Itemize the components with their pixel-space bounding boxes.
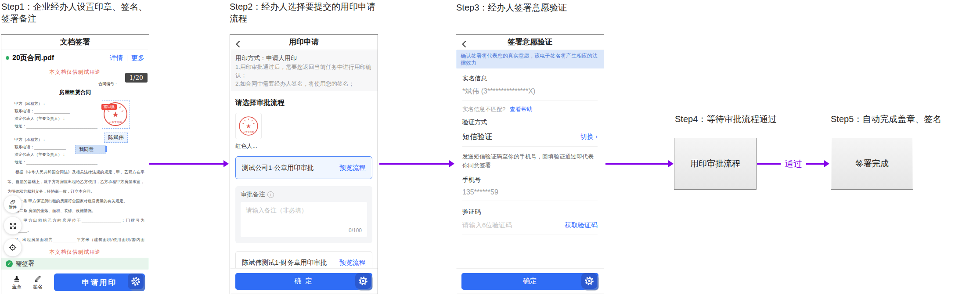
seal-name-caption: 红色人... xyxy=(235,142,372,150)
phone-value: 135******59 xyxy=(462,188,598,196)
detail-link[interactable]: 详情 xyxy=(110,54,123,62)
code-input-row: 请输入6位验证码 获取验证码 xyxy=(462,221,598,230)
approval-remark-panel: 审批备注 i 请输入备注（非必填） 0/100 xyxy=(235,186,372,243)
stamp-icon xyxy=(13,275,21,283)
phone-label: 手机号 xyxy=(462,176,598,184)
method-value: 短信验证 xyxy=(462,132,492,142)
flow-option-name: 陈斌伟测试1-财务章用印审批 xyxy=(242,259,327,267)
get-code-link[interactable]: 获取验证码 xyxy=(565,221,598,230)
placed-seal[interactable]: 需审批 ★ 人事专用章 xyxy=(102,101,130,129)
fullscreen-button[interactable] xyxy=(4,217,22,234)
will-verify-body: 实名信息 *斌伟 (3***************X) 实名信息不匹配? 查看… xyxy=(456,75,604,234)
switch-method-link[interactable]: 切换 › xyxy=(580,133,598,141)
note-resize-handle[interactable] xyxy=(105,146,107,152)
phone-doc-sign-screen: 文档签署 20页合同.pdf 详情 更多 本文档仅供测试用途 1/20 合同编号… xyxy=(1,34,149,294)
seal-apply-footer: 确 定 xyxy=(230,268,378,294)
gear-x-icon xyxy=(581,273,597,289)
sign-note-text: 我同意 xyxy=(79,147,94,152)
doc-sign-header: 文档签署 xyxy=(1,35,149,50)
stamp-label: 盖章 xyxy=(12,284,22,290)
divider xyxy=(462,201,598,201)
flow-option-name: 测试公司1-公章用印审批 xyxy=(242,164,313,172)
file-status-dot xyxy=(6,56,9,60)
locate-button[interactable] xyxy=(4,239,22,256)
sms-description: 发送短信验证码至你的手机号，回填验证通过即代表你同意签署 xyxy=(462,152,598,170)
back-button[interactable] xyxy=(236,38,240,53)
seal-mode-note1: 1.用印审批通过后，需要您返回当前任务中进行用印确认； xyxy=(235,63,372,79)
will-verify-footer: 确定 xyxy=(456,268,604,294)
code-input[interactable]: 请输入6位验证码 xyxy=(462,221,512,230)
approval-flow-box: 用印审批流程 xyxy=(674,138,757,190)
svg-text:人事专用章: 人事专用章 xyxy=(108,120,122,124)
mismatch-row: 实名信息不匹配? 查看帮助 xyxy=(462,105,598,113)
crosshair-icon xyxy=(9,244,17,252)
attachment-button[interactable]: 附件 xyxy=(4,195,22,213)
step2-title-line2: 流程 xyxy=(230,13,375,25)
realname-label: 实名信息 xyxy=(462,75,598,83)
seal-thumbnail-card[interactable]: ★ 人事专用章 xyxy=(235,113,262,139)
back-button[interactable] xyxy=(462,38,466,53)
placed-signature[interactable]: 陈斌伟 xyxy=(104,133,128,143)
chevron-left-icon xyxy=(462,40,466,48)
link-divider xyxy=(127,55,127,61)
step1-title-line2: 签署备注 xyxy=(1,13,147,25)
settings-gear-widget[interactable] xyxy=(126,272,145,291)
seal-mode-info: 用印方式：申请人用印 1.用印审批通过后，需要您返回当前任务中进行用印确认； 2… xyxy=(230,50,378,91)
form-line: 甲方（承租方）：__________________ xyxy=(14,136,149,144)
file-name: 20页合同.pdf xyxy=(12,54,110,63)
approval-flow-option-1[interactable]: 测试公司1-公章用印审批 预览流程 xyxy=(235,156,372,179)
preview-flow-link[interactable]: 预览流程 xyxy=(339,164,366,172)
chevron-left-icon xyxy=(236,40,240,48)
svg-text:★: ★ xyxy=(246,123,251,130)
settings-gear-widget[interactable] xyxy=(580,271,599,291)
check-icon: ✓ xyxy=(6,260,13,267)
phone-seal-apply-screen: 用印申请 用印方式：申请人用印 1.用印审批通过后，需要您返回当前任务中进行用印… xyxy=(230,34,378,294)
contract-body: 根据《中华人民共和国合同法》及相关法律法规的规定，甲、乙双方在平等、自愿的基础上… xyxy=(7,167,144,254)
view-help-link[interactable]: 查看帮助 xyxy=(510,106,533,112)
settings-gear-widget[interactable] xyxy=(353,271,373,291)
sign-done-box: 签署完成 xyxy=(831,138,913,190)
seal-apply-title: 用印申请 xyxy=(289,38,319,46)
apply-seal-label: 申请用印 xyxy=(82,277,117,288)
contract-clause: 第一条 甲方保证所出租的房屋符合国家对租赁房屋的有关规定。 xyxy=(7,196,144,206)
svg-text:人事专用章: 人事专用章 xyxy=(243,130,254,133)
contract-paragraph: 根据《中华人民共和国合同法》及相关法律法规的规定，甲、乙双方在平等、自愿的基础上… xyxy=(7,167,144,196)
page-number-badge: 1/20 xyxy=(125,73,148,83)
confirm-label: 确 定 xyxy=(295,277,313,286)
file-row: 20页合同.pdf 详情 更多 xyxy=(1,50,149,66)
step2-title: Step2：经办人选择要提交的用印申请 流程 xyxy=(230,1,375,25)
stamp-button[interactable]: 盖章 xyxy=(12,275,22,290)
expand-icon xyxy=(9,222,17,230)
choose-flow-heading: 请选择审批流程 xyxy=(235,98,372,108)
legal-notice-banner: 确认签署将代表您的真实意愿，该电子签名将产生相应的法律效力 xyxy=(456,50,604,68)
confirm-button[interactable]: 确定 xyxy=(461,273,598,290)
document-preview[interactable]: 本文档仅供测试用途 1/20 合同编号： 房屋租赁合同 甲方（出租方）：____… xyxy=(1,66,149,258)
doc-sign-title: 文档签署 xyxy=(60,38,90,46)
will-verify-header: 签署意愿验证 xyxy=(456,35,604,50)
contract-clause: 1、甲方出租给乙方的房屋位于____________________；门牌号为_… xyxy=(7,216,144,235)
arrow-step4-out xyxy=(757,163,781,165)
remark-label-row: 审批备注 i xyxy=(241,191,367,198)
step1-title: Step1：企业经办人设置印章、签名、 签署备注 xyxy=(1,1,147,25)
apply-seal-button[interactable]: 申请用印 xyxy=(54,273,145,291)
pen-icon xyxy=(34,275,42,283)
step1-title-line1: Step1：企业经办人设置印章、签名、 xyxy=(1,1,147,13)
info-icon: i xyxy=(267,191,274,198)
step5-title: Step5：自动完成盖章、签名 xyxy=(831,113,941,125)
code-label: 验证码 xyxy=(462,208,598,216)
placed-sign-note[interactable]: 我同意 xyxy=(75,145,106,154)
verify-method-row: 短信验证 切换 › xyxy=(462,132,598,142)
confirm-button[interactable]: 确 定 xyxy=(235,273,372,290)
workflow-canvas: Step1：企业经办人设置印章、签名、 签署备注 Step2：经办人选择要提交的… xyxy=(0,0,980,295)
preview-flow-link[interactable]: 预览流程 xyxy=(339,259,366,267)
will-verify-title: 签署意愿验证 xyxy=(508,38,552,46)
remark-textarea[interactable]: 请输入备注（非必填） 0/100 xyxy=(241,202,367,237)
seal-mode-title: 用印方式：申请人用印 xyxy=(235,54,372,63)
signature-label: 签名 xyxy=(33,284,43,290)
step4-title: Step4：等待审批流程通过 xyxy=(675,113,777,125)
signature-button[interactable]: 签名 xyxy=(33,275,43,290)
remark-placeholder: 请输入备注（非必填） xyxy=(246,207,307,214)
divider xyxy=(462,146,598,147)
contract-clause: 第二条 房屋的坐落、面积、装修、设施情况。 xyxy=(7,206,144,216)
more-link[interactable]: 更多 xyxy=(131,54,144,62)
